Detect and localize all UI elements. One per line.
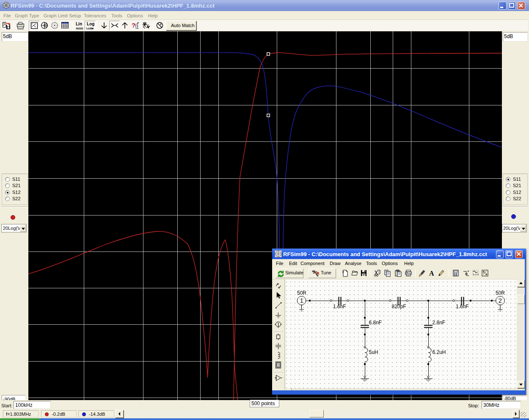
svg-text:1.6nF: 1.6nF — [333, 304, 346, 309]
svg-text:6.2uH: 6.2uH — [433, 349, 446, 355]
svg-text:1.6nF: 1.6nF — [456, 304, 469, 309]
svg-text:A: A — [429, 270, 434, 277]
svg-text:50R: 50R — [297, 290, 306, 296]
svg-text:820pF: 820pF — [392, 304, 406, 309]
svg-text:50R: 50R — [496, 290, 505, 296]
svg-text:1: 1 — [300, 297, 303, 304]
svg-text:{: { — [135, 22, 137, 29]
svg-text:5uH: 5uH — [369, 349, 378, 355]
svg-text:2.8nF: 2.8nF — [433, 320, 446, 326]
svg-text:Log: Log — [87, 22, 94, 26]
svg-text:2: 2 — [499, 297, 502, 304]
svg-text:Lin: Lin — [76, 22, 82, 26]
svg-text:6.8nF: 6.8nF — [369, 320, 382, 326]
